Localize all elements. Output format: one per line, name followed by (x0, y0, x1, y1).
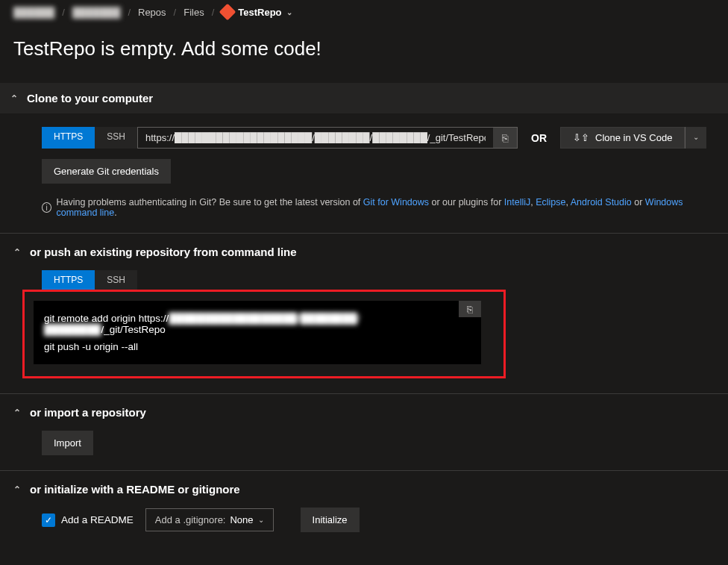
help-text: or (634, 197, 645, 207)
section-initialize-header[interactable]: ⌃ or initialize with a README or gitigno… (13, 471, 715, 508)
clone-in-vscode-more-button[interactable]: ⌄ (685, 127, 706, 149)
add-readme-checkbox[interactable]: ✓ Add a README (42, 514, 134, 527)
info-icon: i (42, 202, 51, 213)
chevron-up-icon: ⌃ (13, 247, 21, 257)
link-android-studio[interactable]: Android Studio (571, 197, 632, 207)
tab-ssh[interactable]: SSH (95, 127, 137, 149)
copy-push-commands-button[interactable]: ⎘ (459, 301, 481, 317)
section-initialize: ⌃ or initialize with a README or gitigno… (0, 470, 728, 547)
breadcrumb-sep: / (212, 7, 215, 18)
push-cmd-line-1: git remote add origin https://██████████… (44, 310, 471, 338)
section-initialize-title: or initialize with a README or gitignore (30, 483, 240, 496)
chevron-up-icon: ⌃ (13, 484, 21, 495)
push-commands-box: ⎘ git remote add origin https://████████… (34, 301, 481, 364)
tab-ssh[interactable]: SSH (95, 270, 137, 290)
breadcrumb-repos[interactable]: Repos (138, 7, 166, 18)
push-protocol-tabs: HTTPS SSH (42, 270, 715, 290)
link-eclipse[interactable]: Eclipse (536, 197, 565, 207)
breadcrumb-repo-name: TestRepo (238, 7, 281, 18)
gitignore-dropdown[interactable]: Add a .gitignore: None ⌄ (145, 508, 274, 531)
tab-https[interactable]: HTTPS (42, 270, 95, 290)
initialize-button[interactable]: Initialize (301, 508, 360, 532)
or-divider: OR (518, 127, 560, 149)
cmd-text: git remote add origin https:// (44, 313, 169, 324)
section-import-header[interactable]: ⌃ or import a repository (13, 394, 715, 431)
breadcrumb-project[interactable]: ███████ (72, 7, 120, 18)
link-git-for-windows[interactable]: Git for Windows (363, 197, 429, 207)
chevron-down-icon: ⌄ (286, 8, 292, 16)
page-title: TestRepo is empty. Add some code! (0, 24, 728, 83)
gitignore-label: Add a .gitignore: (155, 514, 226, 525)
section-clone-header[interactable]: ⌃ Clone to your computer (0, 83, 728, 113)
breadcrumb-org[interactable]: ██████ (13, 7, 54, 18)
section-push-header[interactable]: ⌃ or push an existing repository from co… (13, 234, 715, 270)
section-clone: ⌃ Clone to your computer HTTPS SSH ⎘ OR … (0, 83, 728, 233)
section-import: ⌃ or import a repository Import (0, 393, 728, 470)
clone-url-input[interactable] (138, 128, 493, 148)
gitignore-value: None (230, 514, 253, 525)
git-repo-icon (219, 4, 236, 21)
vscode-icon: ⇩⇧ (573, 132, 589, 143)
copy-clone-url-button[interactable]: ⎘ (493, 128, 517, 148)
vscode-button-label: Clone in VS Code (595, 132, 672, 143)
breadcrumb-sep: / (174, 7, 177, 18)
breadcrumb-sep: / (128, 7, 131, 18)
copy-icon: ⎘ (502, 132, 508, 144)
tab-https[interactable]: HTTPS (42, 127, 95, 149)
help-text: or our plugins for (432, 197, 504, 207)
import-button[interactable]: Import (42, 431, 93, 455)
add-readme-label: Add a README (61, 514, 134, 525)
chevron-down-icon: ⌄ (258, 516, 264, 524)
breadcrumb-files[interactable]: Files (183, 7, 204, 18)
help-text: Having problems authenticating in Git? B… (56, 197, 363, 207)
push-cmd-line-2: git push -u origin --all (44, 338, 471, 355)
clone-protocol-tabs: HTTPS SSH (42, 127, 137, 149)
section-import-title: or import a repository (30, 406, 146, 419)
breadcrumb-sep: / (62, 7, 65, 18)
chevron-up-icon: ⌃ (10, 93, 18, 104)
generate-git-credentials-button[interactable]: Generate Git credentials (42, 159, 171, 184)
clone-url-box: ⎘ (137, 127, 518, 149)
chevron-up-icon: ⌃ (13, 408, 21, 418)
section-push-title: or push an existing repository from comm… (30, 246, 297, 258)
copy-icon: ⎘ (467, 304, 473, 315)
breadcrumb-repo-selector[interactable]: TestRepo ⌄ (222, 6, 292, 18)
breadcrumb: ██████ / ███████ / Repos / Files / TestR… (0, 0, 728, 24)
section-push: ⌃ or push an existing repository from co… (0, 233, 728, 393)
auth-help-text: i Having problems authenticating in Git?… (42, 197, 715, 218)
cmd-text: /_git/TestRepo (101, 324, 166, 335)
link-intellij[interactable]: IntelliJ (504, 197, 530, 207)
chevron-down-icon: ⌄ (693, 133, 699, 141)
clone-in-vscode-button[interactable]: ⇩⇧ Clone in VS Code (560, 127, 685, 149)
checkbox-checked-icon: ✓ (42, 514, 55, 527)
help-text: . (114, 207, 116, 218)
section-clone-title: Clone to your computer (27, 92, 153, 104)
